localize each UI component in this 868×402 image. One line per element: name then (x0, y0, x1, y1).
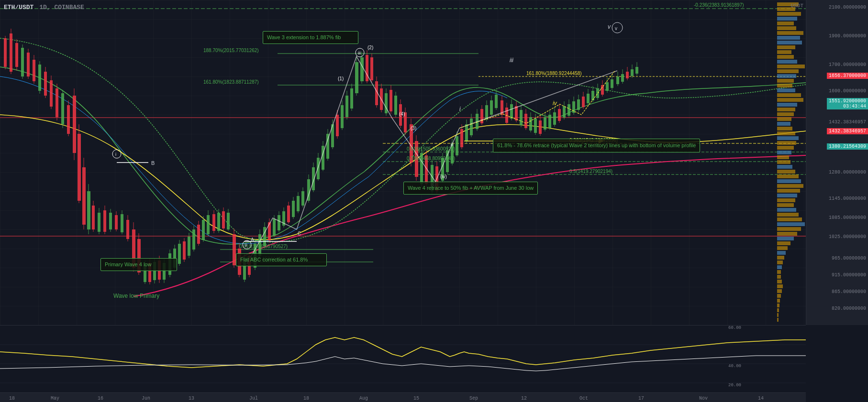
svg-rect-334 (777, 160, 790, 164)
time-12: 12 (521, 396, 527, 401)
svg-rect-347 (777, 222, 805, 226)
axis-label: USDT (791, 3, 803, 9)
time-15: 15 (413, 396, 419, 401)
price-1900: 1900.00000000 (829, 33, 866, 39)
svg-rect-350 (777, 237, 794, 240)
price-1280: 1280.00000000 (829, 170, 866, 175)
svg-rect-327 (777, 127, 792, 130)
svg-rect-307 (777, 31, 803, 35)
price-1145: 1145.00000000 (829, 196, 866, 201)
primary-wave4-text: Primary Wave 4 low (105, 261, 151, 267)
svg-rect-332 (777, 151, 791, 154)
svg-rect-314 (777, 65, 805, 68)
svg-rect-352 (777, 246, 788, 250)
wave-low-text: Wave low Primary (113, 293, 159, 299)
svg-text:v: v (608, 23, 611, 30)
price-1700: 1700.00000000 (829, 62, 866, 67)
chart-container: 188.70%(2015.77031262) 161.80%(1823.8871… (0, 0, 868, 402)
price-1432-red: 1432.38346957 (827, 128, 868, 134)
svg-rect-316 (777, 74, 796, 78)
svg-rect-318 (777, 84, 792, 87)
price-820: 820.00000000 (832, 306, 866, 311)
time-scale: 18 May 16 Jun 13 Jul 18 Aug 15 Sep 12 Oc… (0, 392, 806, 402)
right-axis-header: USDT (791, 3, 803, 9)
svg-rect-336 (777, 170, 795, 174)
svg-rect-359 (777, 280, 782, 283)
svg-rect-362 (777, 294, 781, 298)
svg-rect-367 (777, 318, 779, 322)
svg-rect-313 (777, 60, 797, 64)
time-13: 13 (189, 396, 194, 401)
time-sep: Sep (469, 396, 478, 401)
price-1085: 1085.00000000 (829, 215, 866, 220)
oscillator-panel: 60.00 40.00 20.00 60.00 40.00 20.00 (0, 325, 806, 402)
svg-rect-315 (777, 69, 799, 73)
svg-rect-305 (777, 22, 794, 25)
price-1380-green: 1380.21564309 (827, 143, 868, 150)
svg-rect-326 (777, 122, 790, 126)
svg-rect-340 (777, 189, 800, 193)
svg-text:i: i (459, 106, 461, 112)
svg-text:B: B (151, 160, 155, 166)
price-1656-highlight: 1656.37000000 (827, 73, 868, 79)
svg-rect-361 (777, 289, 782, 293)
svg-rect-319 (777, 88, 795, 92)
svg-text:C: C (298, 231, 301, 236)
wave2-retrace-text: 61.8% - 78.6% retrace (typical Wave 2 te… (497, 142, 696, 148)
wave4-retrace-text: Wave 4 retrace to 50% fib + AVWAP from J… (408, 185, 534, 191)
price-965: 965.00000000 (832, 256, 866, 261)
svg-rect-348 (777, 227, 801, 231)
svg-text:iii: iii (510, 57, 513, 64)
svg-rect-311 (777, 50, 791, 54)
svg-rect-322 (777, 103, 797, 107)
time-may: May (51, 396, 59, 401)
svg-rect-333 (777, 155, 789, 159)
svg-text:0.618(1505.93600922): 0.618(1505.93600922) (407, 146, 455, 152)
price-2100: 2100.00000000 (829, 5, 866, 10)
svg-text:188.70%(2015.77031262): 188.70%(2015.77031262) (203, 48, 259, 53)
svg-rect-308 (777, 36, 800, 40)
svg-text:161.80%(1880.92244458): 161.80%(1880.92244458) (526, 71, 582, 76)
svg-text:(iv): (iv) (440, 174, 447, 179)
svg-rect-328 (777, 131, 795, 135)
svg-rect-360 (777, 284, 783, 288)
ticker: ETH/USDT (4, 4, 33, 11)
wave3-extension-annotation: Wave 3 extension to 1.887% fib (263, 31, 358, 44)
time-14: 14 (758, 396, 764, 401)
svg-text:161.80%(1823.88711287): 161.80%(1823.88711287) (203, 79, 259, 85)
svg-rect-338 (777, 179, 801, 183)
svg-text:i: i (115, 152, 116, 157)
flat-abc-text: Flat ABC correction at 61.8% (240, 257, 308, 262)
time-18b: 18 (303, 396, 309, 401)
time-16: 16 (98, 396, 103, 401)
wave3-text: Wave 3 extension to 1.887% fib (267, 34, 341, 40)
price-1025: 1025.00000000 (829, 234, 866, 239)
time-18: 18 (9, 396, 15, 401)
price-1432[interactable]: 1432.38346957 (829, 120, 866, 125)
svg-text:ii: ii (451, 141, 453, 147)
price-865: 865.00000000 (832, 289, 866, 294)
svg-rect-353 (777, 251, 786, 255)
svg-rect-329 (777, 136, 799, 140)
svg-rect-365 (777, 308, 779, 312)
svg-text:(2): (2) (367, 45, 373, 50)
chart-header: ETH/USDT 1D, COINBASE (4, 4, 84, 11)
svg-text:(4): (4) (399, 111, 405, 117)
time-jul: Jul (249, 396, 258, 401)
osc-label-60: 60.00 (728, 326, 741, 330)
svg-point-297 (612, 22, 623, 33)
svg-rect-320 (777, 93, 801, 97)
svg-rect-345 (777, 213, 799, 217)
svg-rect-337 (777, 174, 799, 178)
svg-text:v: v (615, 26, 617, 31)
svg-rect-358 (777, 275, 781, 279)
time-jun: Jun (142, 396, 150, 401)
svg-rect-335 (777, 165, 792, 169)
svg-rect-303 (777, 12, 801, 16)
svg-text:ii: ii (245, 243, 247, 248)
osc-label-20: 20.00 (728, 383, 741, 388)
svg-rect-317 (777, 79, 794, 83)
svg-text:0.5(1419.27902194): 0.5(1419.27902194) (569, 169, 612, 174)
svg-text:-0.236(2383.91361897): -0.236(2383.91361897) (694, 2, 744, 8)
svg-rect-363 (777, 299, 780, 303)
